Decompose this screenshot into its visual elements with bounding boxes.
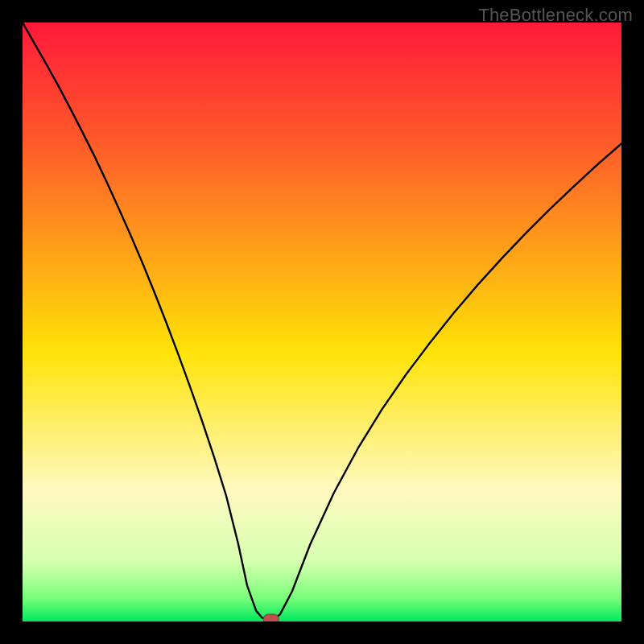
watermark-text: TheBottleneck.com	[478, 5, 633, 26]
optimum-marker	[263, 614, 279, 621]
plot-area	[23, 23, 621, 621]
chart-frame: TheBottleneck.com	[0, 0, 644, 644]
bottleneck-curve	[23, 23, 621, 621]
